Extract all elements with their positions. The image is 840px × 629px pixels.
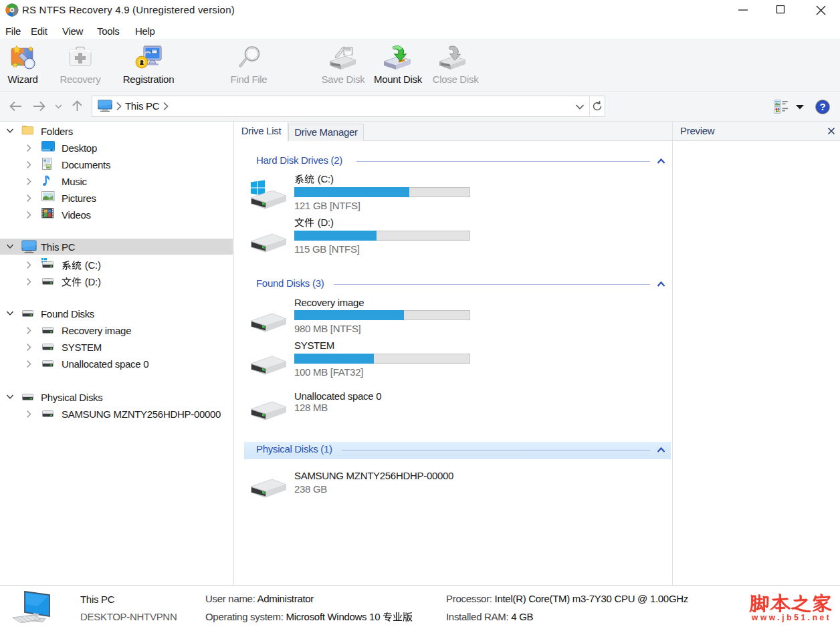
svg-text:?: ? bbox=[819, 101, 825, 112]
